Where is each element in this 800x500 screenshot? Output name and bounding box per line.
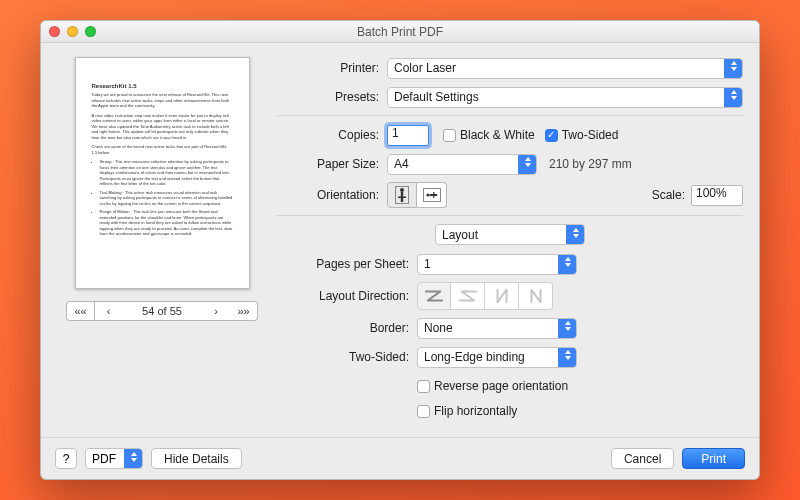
copies-input[interactable]: 1 [387, 125, 429, 146]
layout-direction-label: Layout Direction: [277, 289, 417, 303]
page-indicator: 54 of 55 [122, 301, 202, 321]
titlebar: Batch Print PDF [41, 21, 759, 43]
page-navigator: «« ‹ 54 of 55 › »» [66, 301, 258, 321]
print-dialog: Batch Print PDF ResearchKit 1.5 Today we… [40, 20, 760, 480]
two-sided-checkbox[interactable] [545, 129, 558, 142]
help-button[interactable]: ? [55, 448, 77, 469]
two-sided-label: Two-Sided [562, 128, 619, 142]
paper-size-select[interactable]: A4 [387, 154, 537, 175]
layout-dir-3-button[interactable] [485, 282, 519, 310]
window-title: Batch Print PDF [41, 25, 759, 39]
zoom-icon[interactable] [85, 26, 96, 37]
copies-label: Copies: [277, 128, 387, 142]
divider [277, 115, 743, 116]
presets-label: Presets: [277, 90, 387, 104]
orientation-landscape-button[interactable] [417, 182, 447, 208]
preview-pane: ResearchKit 1.5 Today we are proud to an… [57, 57, 267, 431]
presets-select[interactable]: Default Settings [387, 87, 743, 108]
layout-dir-1-button[interactable] [417, 282, 451, 310]
border-label: Border: [277, 321, 417, 335]
two-sided-mode-label: Two-Sided: [277, 350, 417, 364]
print-options: Printer: Color Laser Presets: Default Se… [277, 57, 743, 431]
scale-input[interactable]: 100% [691, 185, 743, 206]
pdf-menu-button[interactable]: PDF [85, 448, 143, 469]
minimize-icon[interactable] [67, 26, 78, 37]
orientation-label: Orientation: [277, 188, 387, 202]
hide-details-button[interactable]: Hide Details [151, 448, 242, 469]
window-controls [49, 26, 96, 37]
printer-select[interactable]: Color Laser [387, 58, 743, 79]
border-select[interactable]: None [417, 318, 577, 339]
scale-label: Scale: [652, 188, 685, 202]
paper-size-label: Paper Size: [277, 157, 387, 171]
pages-per-sheet-label: Pages per Sheet: [277, 257, 417, 271]
close-icon[interactable] [49, 26, 60, 37]
black-white-checkbox[interactable] [443, 129, 456, 142]
printer-label: Printer: [277, 61, 387, 75]
print-button[interactable]: Print [682, 448, 745, 469]
next-page-button[interactable]: › [202, 301, 230, 321]
pages-per-sheet-select[interactable]: 1 [417, 254, 577, 275]
divider [277, 215, 743, 216]
orientation-portrait-button[interactable] [387, 182, 417, 208]
reverse-orientation-label: Reverse page orientation [434, 379, 568, 393]
paper-dimensions: 210 by 297 mm [549, 157, 632, 171]
black-white-label: Black & White [460, 128, 535, 142]
dialog-footer: ? PDF Hide Details Cancel Print [41, 437, 759, 479]
section-select[interactable]: Layout [435, 224, 585, 245]
first-page-button[interactable]: «« [66, 301, 94, 321]
cancel-button[interactable]: Cancel [611, 448, 674, 469]
flip-horizontally-checkbox[interactable] [417, 405, 430, 418]
flip-horizontally-label: Flip horizontally [434, 404, 517, 418]
last-page-button[interactable]: »» [230, 301, 258, 321]
layout-dir-4-button[interactable] [519, 282, 553, 310]
layout-dir-2-button[interactable] [451, 282, 485, 310]
doc-title: ResearchKit 1.5 [92, 82, 233, 90]
page-thumbnail: ResearchKit 1.5 Today we are proud to an… [75, 57, 250, 289]
two-sided-mode-select[interactable]: Long-Edge binding [417, 347, 577, 368]
reverse-orientation-checkbox[interactable] [417, 380, 430, 393]
prev-page-button[interactable]: ‹ [94, 301, 122, 321]
